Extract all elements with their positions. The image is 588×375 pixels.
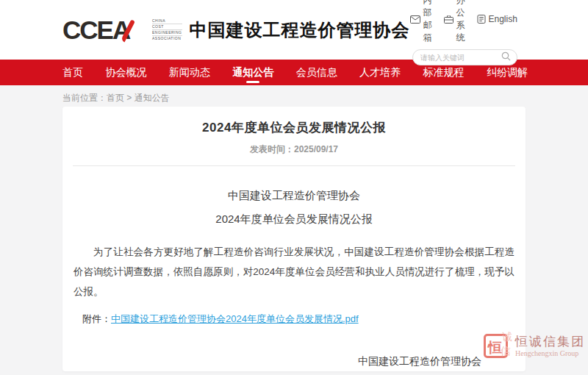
nav-item-label: 协会概况 — [105, 66, 146, 79]
office-system-link[interactable]: 办公系统 — [444, 0, 465, 44]
quick-link-label: 内部邮箱 — [423, 0, 432, 44]
ccea-acronym: CCEA — [62, 14, 149, 46]
header-utilities: 内部邮箱 办公系统 English — [410, 0, 517, 65]
nav-item-label: 新闻动态 — [169, 66, 210, 79]
watermark-text: 恒诚信集团 Hengchengxin Group — [515, 335, 585, 358]
nav-item-label: 通知公告 — [232, 66, 273, 79]
breadcrumb-current: 通知公告 — [135, 93, 170, 103]
signature-date: 2025年9月17日 — [358, 370, 481, 371]
logo-word: COST — [152, 24, 182, 30]
watermark-name: 恒诚信集团 — [515, 335, 585, 349]
logo-word: ASSOCIATION — [152, 36, 182, 41]
hengchengxin-seal-icon: 恒 诚 信 — [484, 334, 508, 358]
nav-item[interactable]: 新闻动态 — [169, 60, 210, 85]
seal-char-top: 诚 — [502, 331, 512, 344]
internal-mail-link[interactable]: 内部邮箱 — [410, 0, 432, 44]
seal-char-bottom: 信 — [501, 345, 511, 358]
active-tab-underline — [246, 81, 259, 83]
signature-org: 中国建设工程造价管理协会 — [358, 352, 481, 370]
document-org-line: 中国建设工程造价管理协会 — [62, 189, 526, 203]
quick-link-label: English — [489, 14, 517, 24]
office-icon — [444, 15, 453, 24]
date-value: 2025/09/17 — [294, 144, 338, 154]
quick-links: 内部邮箱 办公系统 English — [410, 0, 517, 44]
title-divider — [73, 165, 515, 166]
quick-link-label: 办公系统 — [456, 0, 465, 44]
watermark-name-en: Hengchengxin Group — [515, 349, 585, 358]
breadcrumb-home-link[interactable]: 首页 — [107, 93, 124, 103]
hengchengxin-watermark: 恒 诚 信 恒诚信集团 Hengchengxin Group — [484, 334, 585, 358]
date-label: 发表时间： — [250, 144, 294, 154]
nav-item-label: 纠纷调解 — [487, 66, 528, 79]
nav-item-label: 人才培养 — [359, 66, 401, 79]
nav-item[interactable]: 人才培养 — [359, 60, 401, 85]
nav-item-label: 会员信息 — [296, 66, 337, 79]
site-logo[interactable]: CCEA CHINA COST ENGINEERING ASSOCIATION … — [62, 14, 410, 46]
article-title: 2024年度单位会员发展情况公报 — [62, 119, 526, 136]
nav-item-label: 首页 — [62, 66, 83, 79]
site-header: CCEA CHINA COST ENGINEERING ASSOCIATION … — [0, 0, 588, 60]
nav-item[interactable]: 首页 — [62, 60, 83, 85]
nav-item[interactable]: 标准规程 — [423, 60, 465, 85]
nav-item[interactable]: 协会概况 — [105, 60, 146, 85]
article-publish-date: 发表时间：2025/09/17 — [62, 143, 526, 156]
attachment-label: 附件： — [82, 313, 111, 324]
english-icon — [477, 15, 486, 24]
breadcrumb-prefix: 当前位置： — [62, 93, 107, 103]
nav-item[interactable]: 会员信息 — [296, 60, 337, 85]
attachment-row: 附件：中国建设工程造价管理协会2024年度单位会员发展情况.pdf — [82, 312, 514, 326]
ccea-logo-mark: CCEA — [62, 14, 149, 46]
logo-word: CHINA — [152, 18, 182, 24]
logo-word: ENGINEERING — [152, 30, 182, 36]
main-nav: 首页 协会概况 新闻动态 通知公告 会员信息 人才培养 标准规程 — [0, 60, 588, 85]
english-link[interactable]: English — [477, 14, 517, 24]
org-title: 中国建设工程造价管理协会 — [190, 18, 410, 42]
document-body-paragraph: 为了让社会各方更好地了解工程造价咨询行业发展状况，中国建设工程造价管理协会根据工… — [74, 242, 514, 301]
document-title-line: 2024年度单位会员发展情况公报 — [62, 213, 526, 226]
nav-item[interactable]: 纠纷调解 — [487, 60, 528, 85]
article-card: 2024年度单位会员发展情况公报 发表时间：2025/09/17 中国建设工程造… — [62, 107, 526, 371]
nav-item[interactable]: 通知公告 — [232, 60, 273, 85]
attachment-pdf-link[interactable]: 中国建设工程造价管理协会2024年度单位会员发展情况.pdf — [111, 313, 359, 324]
nav-item-label: 标准规程 — [423, 66, 465, 79]
mail-icon — [410, 15, 420, 24]
logo-english-words: CHINA COST ENGINEERING ASSOCIATION — [152, 18, 182, 41]
breadcrumb-separator: > — [126, 93, 132, 103]
nav-items: 首页 协会概况 新闻动态 通知公告 会员信息 人才培养 标准规程 — [62, 60, 528, 85]
signature-block: 中国建设工程造价管理协会 2025年9月17日 — [358, 352, 481, 371]
